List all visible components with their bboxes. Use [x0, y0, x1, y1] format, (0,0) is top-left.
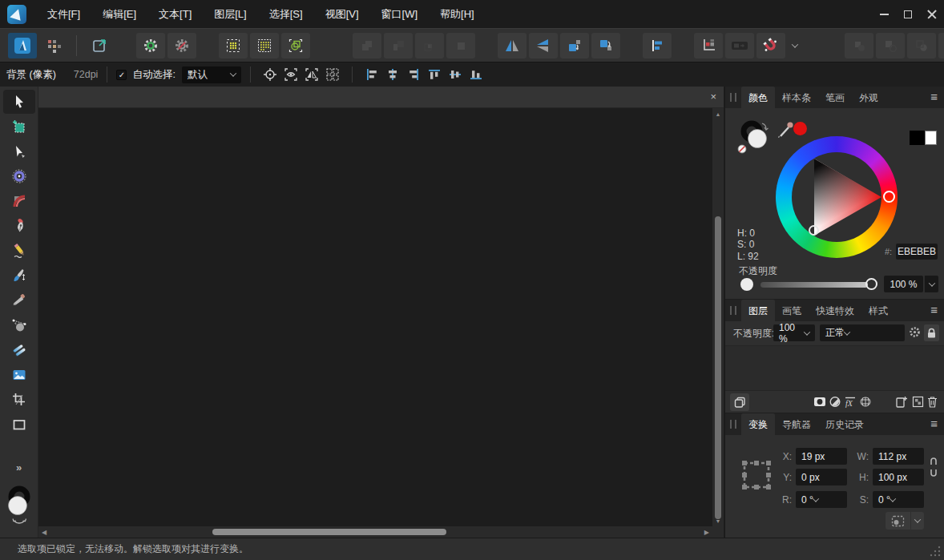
panel-menu-icon[interactable]: ≡	[930, 303, 938, 316]
panel-grip-icon[interactable]	[730, 306, 736, 315]
menu-layer[interactable]: 图层[L]	[203, 0, 257, 28]
w-input[interactable]: 112 px	[873, 448, 924, 465]
link-dimensions-toggle[interactable]	[929, 455, 938, 482]
transparency-tool[interactable]	[3, 338, 35, 362]
layers-list[interactable]	[725, 345, 944, 391]
point-transform-tool[interactable]	[3, 164, 35, 188]
rotation-dropdown[interactable]: 0 °	[796, 491, 847, 508]
pen-tool[interactable]	[3, 214, 35, 238]
align-right-button[interactable]	[403, 65, 424, 84]
fill-stroke-selector[interactable]	[733, 117, 775, 159]
opacity-dropdown-button[interactable]	[924, 276, 938, 292]
menu-select[interactable]: 选择[S]	[258, 0, 314, 28]
insert-inside-button[interactable]	[845, 33, 873, 58]
blend-options-button[interactable]	[909, 326, 921, 341]
node-tool[interactable]	[3, 139, 35, 163]
triangle-handle[interactable]	[809, 225, 819, 236]
picked-color-swatch[interactable]	[793, 122, 807, 135]
designer-persona-button[interactable]	[8, 33, 37, 58]
menu-window[interactable]: 窗口[W]	[370, 0, 430, 28]
pixel-persona-button[interactable]	[39, 33, 68, 58]
panel-grip-icon[interactable]	[730, 93, 736, 102]
tab-navigator[interactable]: 导航器	[775, 413, 818, 435]
tab-styles[interactable]: 样式	[861, 300, 895, 321]
move-tool[interactable]	[3, 90, 35, 114]
transform-origin-toggle[interactable]	[260, 65, 280, 84]
align-center-button[interactable]	[382, 65, 403, 84]
horizontal-scrollbar[interactable]: ◀ ▶	[38, 526, 712, 538]
insert-behind-button[interactable]	[876, 33, 905, 58]
vector-crop-tool[interactable]	[3, 388, 35, 412]
blend-mode-dropdown[interactable]: 正常	[820, 324, 905, 341]
align-top-button[interactable]	[424, 65, 445, 84]
h-input[interactable]: 100 px	[873, 469, 924, 485]
tab-history[interactable]: 历史记录	[818, 413, 871, 435]
maximize-button[interactable]	[896, 0, 920, 28]
scroll-down-icon[interactable]: ▼	[712, 518, 724, 524]
settings-gear-button[interactable]	[136, 33, 165, 58]
snap-objects-button[interactable]	[281, 33, 310, 58]
y-input[interactable]: 0 px	[796, 469, 847, 485]
delete-layer-button[interactable]	[927, 396, 938, 411]
lock-layer-button[interactable]	[924, 324, 939, 341]
document-close-button[interactable]: ×	[710, 91, 716, 103]
scroll-left-icon[interactable]: ◀	[42, 527, 46, 538]
layer-opacity-dropdown[interactable]: 100 %	[773, 324, 815, 341]
anchor-point-selector[interactable]	[741, 460, 772, 494]
fill-tool[interactable]	[3, 313, 35, 337]
toggle-disabled-button[interactable]	[725, 33, 754, 58]
shear-dropdown[interactable]: 0 °	[873, 491, 924, 508]
hex-input[interactable]: EBEBEB	[896, 244, 938, 260]
insert-ontop-button[interactable]	[907, 33, 936, 58]
add-layer-button[interactable]	[895, 396, 908, 411]
adjustment-layer-button[interactable]	[829, 396, 841, 411]
cycle-selection-box-toggle[interactable]	[301, 65, 322, 84]
snap-margins-button[interactable]	[219, 33, 248, 58]
opacity-slider-knob[interactable]	[740, 278, 753, 291]
live-filter-button[interactable]	[859, 396, 872, 411]
scroll-up-icon[interactable]: ▲	[712, 111, 724, 117]
mask-layer-button[interactable]	[813, 396, 826, 411]
menu-text[interactable]: 文本[T]	[147, 0, 203, 28]
knife-tool[interactable]	[3, 288, 35, 312]
panel-menu-icon[interactable]: ≡	[930, 90, 938, 103]
vector-brush-tool[interactable]	[3, 264, 35, 288]
minimize-button[interactable]	[872, 0, 896, 28]
layer-effects-button[interactable]: fX	[844, 396, 857, 411]
opacity-value-field[interactable]: 100 %	[884, 276, 923, 292]
transform-origin-button[interactable]	[886, 512, 910, 530]
grid-axis-button[interactable]	[694, 33, 723, 58]
autoselect-dropdown[interactable]: 默认	[182, 66, 241, 83]
tab-quick-fx[interactable]: 快速特效	[809, 300, 861, 321]
panel-menu-icon[interactable]: ≡	[930, 417, 938, 430]
horizontal-scroll-thumb[interactable]	[212, 529, 446, 535]
tab-layers[interactable]: 图层	[741, 300, 775, 321]
show-alignment-handles-toggle[interactable]	[322, 65, 343, 84]
hue-ring-handle[interactable]	[883, 191, 895, 203]
boolean-add-button[interactable]	[353, 33, 381, 58]
flip-horizontal-button[interactable]	[498, 33, 526, 58]
autoselect-checkbox[interactable]: ✓	[116, 70, 127, 80]
scroll-right-icon[interactable]: ▶	[704, 527, 709, 538]
layer-stack-options-button[interactable]	[730, 393, 749, 411]
color-wheel[interactable]	[776, 136, 898, 258]
export-persona-button[interactable]	[85, 33, 114, 58]
snap-grid-button[interactable]	[250, 33, 279, 58]
tab-color[interactable]: 颜色	[741, 87, 775, 108]
rectangle-tool[interactable]	[3, 413, 35, 437]
artboard-tool[interactable]	[3, 115, 35, 139]
boolean-intersect-button[interactable]	[415, 33, 444, 58]
replace-selection-button[interactable]	[938, 33, 944, 58]
canvas-viewport[interactable]: × ▲ ▼ ◀ ▶	[38, 87, 724, 538]
menu-view[interactable]: 视图[V]	[314, 0, 370, 28]
place-image-tool[interactable]	[3, 363, 35, 387]
menu-file[interactable]: 文件[F]	[36, 0, 91, 28]
new-pixel-layer-button[interactable]	[912, 396, 924, 411]
snapping-options-chevron[interactable]	[788, 33, 802, 58]
resize-grip-icon[interactable]	[929, 545, 942, 558]
transform-origin-dropdown[interactable]	[911, 512, 924, 530]
opacity-slider-handle[interactable]	[865, 278, 877, 290]
align-left-button[interactable]	[361, 65, 382, 84]
boolean-divide-button[interactable]	[446, 33, 475, 58]
tab-swatches[interactable]: 样本条	[775, 87, 818, 108]
